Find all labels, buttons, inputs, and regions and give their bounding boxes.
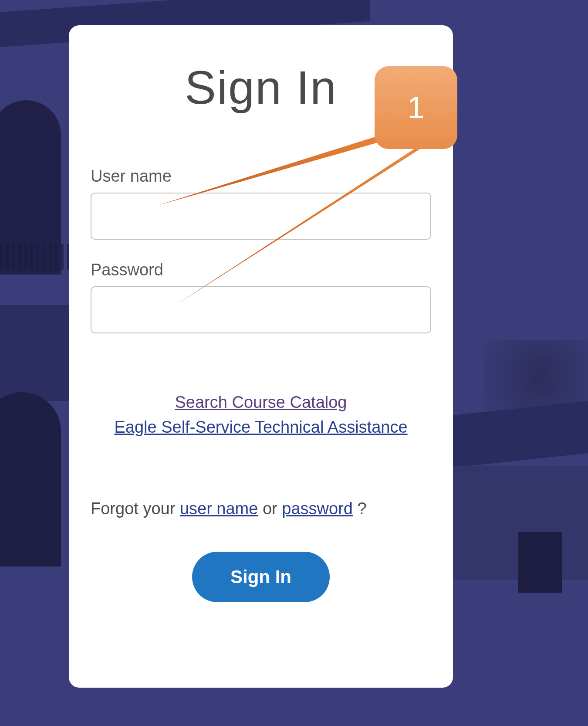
password-input[interactable] (91, 286, 431, 333)
forgot-middle: or (258, 499, 282, 518)
technical-assistance-link[interactable]: Eagle Self-Service Technical Assistance (114, 415, 407, 440)
sign-in-button[interactable]: Sign In (192, 552, 330, 602)
forgot-credentials-text: Forgot your user name or password ? (91, 496, 431, 521)
forgot-password-link[interactable]: password (282, 496, 353, 521)
forgot-username-link[interactable]: user name (180, 496, 258, 521)
background-shape (0, 244, 70, 270)
username-input[interactable] (91, 193, 431, 240)
search-catalog-link[interactable]: Search Course Catalog (175, 390, 347, 415)
helper-links: Search Course Catalog Eagle Self-Service… (91, 390, 431, 440)
password-label: Password (91, 261, 431, 279)
background-shape (0, 392, 61, 567)
forgot-suffix: ? (353, 499, 367, 518)
username-label: User name (91, 167, 431, 186)
forgot-prefix: Forgot your (91, 499, 180, 518)
login-card: Sign In User name Password Search Course… (69, 25, 453, 688)
background-shape (0, 305, 74, 401)
background-shape (518, 532, 562, 593)
page-title: Sign In (91, 60, 431, 115)
